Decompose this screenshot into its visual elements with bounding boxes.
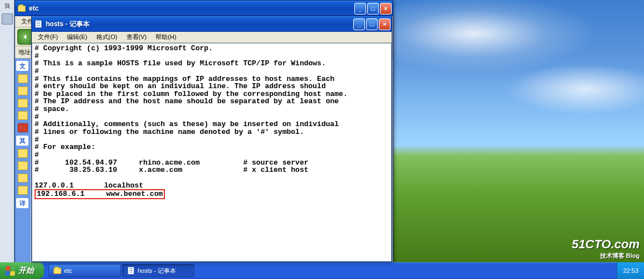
sidebar-header[interactable]: 文 (16, 61, 28, 71)
start-label: 开始 (18, 266, 34, 276)
minimize-button[interactable]: _ (353, 18, 365, 30)
folder-icon (17, 4, 26, 13)
taskbar: 开始 etc hosts - 记事本 22:53 (0, 262, 644, 279)
sidebar-header[interactable]: 其 (16, 136, 28, 146)
task-label: etc (64, 267, 72, 274)
task-label: hosts - 记事本 (138, 267, 176, 275)
menu-view[interactable]: 查看(V) (123, 32, 151, 42)
notepad-text-area[interactable]: # Copyright (c) 1993-1999 Microsoft Corp… (32, 43, 392, 262)
menu-file[interactable]: 文件(F) (34, 32, 62, 42)
notepad-titlebar[interactable]: hosts - 记事本 _ □ × (32, 16, 392, 32)
sidebar-icon[interactable] (18, 174, 28, 182)
notepad-window: hosts - 记事本 _ □ × 文件(F) 编辑(E) 格式(O) 查看(V… (31, 16, 392, 262)
sidebar-icon[interactable] (18, 149, 28, 158)
menu-format[interactable]: 格式(O) (92, 32, 121, 42)
sidebar-icon[interactable] (18, 111, 28, 120)
dock-icon[interactable] (2, 13, 13, 25)
explorer-title: etc (29, 4, 354, 12)
explorer-sidebar: 文 其 详 (15, 59, 31, 263)
windows-logo-icon (5, 266, 16, 276)
folder-icon (53, 267, 61, 275)
sidebar-icon[interactable] (18, 186, 28, 195)
minimize-button[interactable]: _ (354, 3, 366, 15)
system-tray[interactable]: 22:53 (617, 262, 644, 279)
start-button[interactable]: 开始 (0, 262, 44, 279)
sidebar-icon[interactable] (18, 161, 28, 170)
notepad-menubar: 文件(F) 编辑(E) 格式(O) 查看(V) 帮助(H) (32, 32, 392, 43)
watermark-main: 51CTO.com (572, 237, 640, 252)
left-dock: 我 (0, 0, 14, 262)
sidebar-header[interactable]: 详 (16, 198, 28, 208)
notepad-icon (34, 20, 43, 28)
clock: 22:53 (623, 267, 638, 274)
watermark-sub: 技术博客 Blog (572, 252, 640, 260)
explorer-titlebar[interactable]: etc _ □ × (15, 1, 393, 16)
taskbar-items: etc hosts - 记事本 (48, 262, 617, 279)
maximize-button[interactable]: □ (367, 3, 379, 15)
back-button[interactable] (17, 29, 33, 45)
menu-help[interactable]: 帮助(H) (152, 32, 180, 42)
notepad-icon (127, 267, 135, 275)
sidebar-icon[interactable] (18, 86, 28, 95)
highlighted-entry: 192.168.6.1 www.benet.com (35, 189, 165, 199)
close-button[interactable]: × (379, 18, 391, 30)
watermark: 51CTO.com 技术博客 Blog (572, 237, 640, 260)
taskbar-item-etc[interactable]: etc (48, 264, 121, 277)
close-button[interactable]: × (380, 3, 392, 15)
notepad-title: hosts - 记事本 (46, 20, 353, 29)
sidebar-icon[interactable] (18, 74, 28, 83)
taskbar-item-notepad[interactable]: hosts - 记事本 (122, 264, 194, 277)
sidebar-icon[interactable] (18, 99, 28, 108)
address-label: 地址( (18, 48, 33, 56)
sidebar-close-icon[interactable] (18, 123, 28, 132)
hosts-file-content[interactable]: # Copyright (c) 1993-1999 Microsoft Corp… (32, 44, 391, 200)
dock-label: 我 (0, 2, 14, 10)
menu-edit[interactable]: 编辑(E) (63, 32, 91, 42)
maximize-button[interactable]: □ (366, 18, 378, 30)
